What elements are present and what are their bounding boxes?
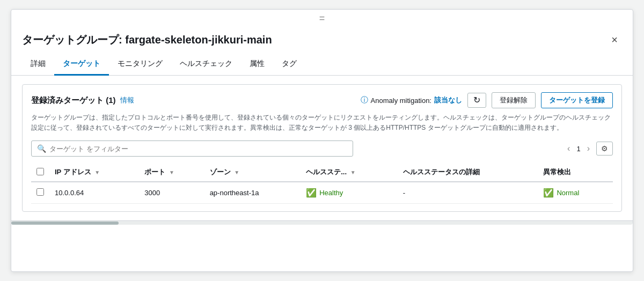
cell-port: 3000 bbox=[139, 182, 204, 204]
info-link[interactable]: 情報 bbox=[120, 95, 134, 105]
tab-attributes[interactable]: 属性 bbox=[241, 54, 273, 76]
tab-health-check[interactable]: ヘルスチェック bbox=[171, 54, 241, 76]
table-row: 10.0.0.64 3000 ap-northeast-1a ✅ Healthy… bbox=[31, 182, 613, 204]
tab-tags[interactable]: タグ bbox=[273, 54, 305, 76]
sort-ip-icon: ▼ bbox=[94, 169, 100, 175]
cell-ip: 10.0.0.64 bbox=[49, 182, 139, 204]
header-zone: ゾーン ▼ bbox=[204, 163, 301, 182]
anomaly-label: Anomaly mitigation: bbox=[371, 97, 431, 105]
filter-bar: 🔍 ‹ 1 › ⚙ bbox=[31, 140, 613, 157]
tab-monitoring[interactable]: モニタリング bbox=[109, 54, 171, 76]
cell-zone: ap-northeast-1a bbox=[204, 182, 301, 204]
next-page-button[interactable]: › bbox=[584, 143, 593, 154]
section-title: 登録済みターゲット (1) bbox=[31, 95, 116, 106]
table-settings-button[interactable]: ⚙ bbox=[596, 142, 613, 156]
targets-table: IP アドレス ▼ ポート ▼ ゾーン ▼ ヘルスステ... bbox=[31, 163, 613, 204]
row-checkbox-cell bbox=[31, 182, 49, 204]
register-target-button[interactable]: ターゲットを登録 bbox=[541, 92, 613, 108]
info-circle-icon: ⓘ bbox=[361, 95, 368, 105]
select-all-checkbox[interactable] bbox=[36, 168, 44, 175]
registered-targets-section: 登録済みターゲット (1) 情報 ⓘ Anomaly mitigation: 該… bbox=[22, 84, 622, 212]
search-input-wrapper[interactable]: 🔍 bbox=[31, 140, 353, 157]
horizontal-scrollbar[interactable] bbox=[11, 220, 633, 225]
anomaly-value: 該当なし bbox=[434, 95, 462, 105]
cell-health-status: ✅ Healthy bbox=[301, 182, 397, 204]
header-checkbox-cell bbox=[31, 163, 49, 182]
page-number: 1 bbox=[576, 145, 580, 153]
row-checkbox[interactable] bbox=[36, 188, 44, 196]
close-button[interactable]: × bbox=[607, 32, 622, 48]
cell-anomaly: ✅ Normal bbox=[538, 182, 613, 204]
health-status-badge: ✅ Healthy bbox=[306, 188, 392, 198]
sort-port-icon: ▼ bbox=[169, 169, 174, 175]
scrollbar-thumb bbox=[11, 221, 119, 225]
header-health-status: ヘルスステ... ▼ bbox=[301, 163, 397, 182]
content-area: 登録済みターゲット (1) 情報 ⓘ Anomaly mitigation: 該… bbox=[11, 76, 633, 220]
normal-check-icon: ✅ bbox=[543, 188, 554, 198]
section-description: ターゲットグループは、指定したプロトコルとポート番号を使用して、登録されている個… bbox=[31, 113, 613, 133]
drag-handle: = bbox=[11, 10, 633, 26]
panel-title: ターゲットグループ: fargate-skeleton-jikkuri-main bbox=[22, 33, 272, 47]
tab-details[interactable]: 詳細 bbox=[22, 54, 54, 76]
section-actions: ⓘ Anomaly mitigation: 該当なし ↻ 登録解除 ターゲットを… bbox=[361, 92, 613, 108]
health-check-icon: ✅ bbox=[306, 188, 317, 198]
pagination-controls: ‹ 1 › ⚙ bbox=[564, 142, 613, 156]
deregister-button[interactable]: 登録解除 bbox=[492, 92, 536, 108]
anomaly-mitigation-badge: ⓘ Anomaly mitigation: 該当なし bbox=[361, 95, 462, 105]
tab-bar: 詳細 ターゲット モニタリング ヘルスチェック 属性 タグ bbox=[11, 54, 633, 76]
sort-health-icon: ▼ bbox=[350, 169, 356, 175]
header-health-detail: ヘルスステータスの詳細 bbox=[398, 163, 538, 182]
header-port: ポート ▼ bbox=[139, 163, 204, 182]
section-header: 登録済みターゲット (1) 情報 ⓘ Anomaly mitigation: 該… bbox=[31, 92, 613, 108]
section-title-group: 登録済みターゲット (1) 情報 bbox=[31, 95, 134, 106]
sort-zone-icon: ▼ bbox=[234, 169, 239, 175]
target-group-panel: = ターゲットグループ: fargate-skeleton-jikkuri-ma… bbox=[11, 9, 633, 272]
search-icon: 🔍 bbox=[37, 144, 46, 153]
tab-targets[interactable]: ターゲット bbox=[54, 54, 109, 76]
search-input[interactable] bbox=[49, 145, 347, 153]
prev-page-button[interactable]: ‹ bbox=[564, 143, 573, 154]
refresh-button[interactable]: ↻ bbox=[467, 93, 486, 108]
cell-health-detail: - bbox=[398, 182, 538, 204]
panel-header: ターゲットグループ: fargate-skeleton-jikkuri-main… bbox=[11, 26, 633, 54]
anomaly-status-badge: ✅ Normal bbox=[543, 188, 608, 198]
header-ip: IP アドレス ▼ bbox=[49, 163, 139, 182]
table-header-row: IP アドレス ▼ ポート ▼ ゾーン ▼ ヘルスステ... bbox=[31, 163, 613, 182]
header-anomaly: 異常検出 bbox=[538, 163, 613, 182]
